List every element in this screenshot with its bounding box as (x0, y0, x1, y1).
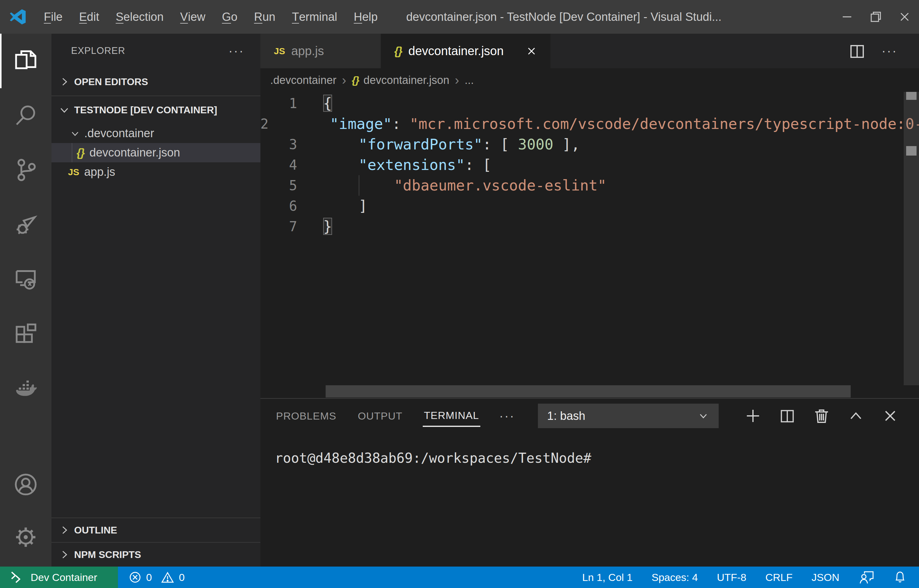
bell-icon (893, 570, 907, 585)
activity-search-button[interactable] (0, 88, 52, 143)
menu-view[interactable]: View (172, 0, 213, 34)
settings-button[interactable] (0, 511, 52, 564)
npm-scripts-label: NPM SCRIPTS (74, 549, 141, 561)
menu-selection[interactable]: Selection (108, 0, 172, 34)
code-token: "mcr.microsoft.com/vscode/devcontainers/… (410, 115, 919, 132)
error-count: 0 (146, 572, 152, 583)
menu-terminal[interactable]: Terminal (284, 0, 346, 34)
split-editor-icon (849, 43, 865, 59)
split-editor-button[interactable] (849, 43, 865, 59)
notifications-button[interactable] (893, 570, 907, 585)
workspace-section[interactable]: TESTNODE [DEV CONTAINER] (52, 96, 260, 124)
line-number: 7 (260, 216, 297, 237)
code-token: : (392, 115, 410, 132)
code-token: ], (553, 136, 580, 153)
tab-label: devcontainer.json (409, 44, 504, 58)
minimize-button[interactable] (833, 0, 861, 34)
restore-icon (869, 10, 883, 24)
tree-item-app-js[interactable]: JS app.js (52, 162, 260, 182)
menu-go[interactable]: Go (213, 0, 245, 34)
vertical-scrollbar[interactable] (904, 92, 919, 385)
kill-terminal-button[interactable] (812, 406, 832, 426)
warning-icon (160, 570, 174, 584)
new-terminal-button[interactable] (743, 406, 763, 426)
title-bar: File Edit Selection View Go Run Terminal… (0, 0, 919, 34)
eol-status[interactable]: CRLF (766, 572, 793, 583)
maximize-panel-button[interactable] (846, 406, 866, 426)
code-token (295, 115, 330, 132)
warning-count: 0 (179, 572, 185, 583)
remote-indicator[interactable]: Dev Container (0, 567, 118, 588)
breadcrumb-symbol-tail[interactable]: ... (465, 74, 474, 87)
restore-button[interactable] (861, 0, 890, 34)
activity-explorer-button[interactable] (0, 34, 52, 88)
breadcrumb-folder[interactable]: .devcontainer (270, 74, 336, 87)
language-mode[interactable]: JSON (811, 572, 839, 583)
indentation-status[interactable]: Spaces: 4 (652, 572, 698, 583)
feedback-icon (858, 570, 874, 585)
activity-docker-button[interactable] (0, 361, 52, 415)
tab-output[interactable]: OUTPUT (357, 406, 404, 426)
cursor-position[interactable]: Ln 1, Col 1 (582, 572, 633, 583)
terminal[interactable]: root@d48e8d38ab69:/workspaces/TestNode# (260, 433, 919, 567)
json-file-icon: {} (394, 45, 402, 58)
editor-more-actions-icon[interactable]: ··· (882, 44, 898, 58)
split-terminal-button[interactable] (777, 406, 797, 426)
terminal-instance-select[interactable]: 1: bash (538, 404, 719, 428)
terminal-prompt: root@d48e8d38ab69:/workspaces/TestNode# (275, 450, 591, 466)
activity-remote-explorer-button[interactable] (0, 252, 52, 306)
code-line: 1 { (260, 93, 919, 114)
activity-run-debug-button[interactable] (0, 197, 52, 252)
problems-status[interactable]: 0 0 (128, 570, 185, 584)
tab-devcontainer-json[interactable]: {} devcontainer.json (381, 34, 551, 68)
code-line: 5 "dbaeumer.vscode-eslint" (260, 175, 919, 196)
menu-help[interactable]: Help (346, 0, 386, 34)
close-tab-button[interactable] (526, 46, 537, 57)
terminal-instance-label: 1: bash (547, 409, 585, 423)
folder-label: .devcontainer (84, 127, 154, 140)
activity-extensions-button[interactable] (0, 306, 52, 361)
menu-edit[interactable]: Edit (71, 0, 108, 34)
breadcrumb-file[interactable]: devcontainer.json (363, 74, 449, 87)
indent-guide (359, 175, 359, 196)
code-token: 3000 (518, 136, 554, 153)
json-file-icon: {} (77, 146, 84, 159)
json-file-icon: {} (352, 74, 359, 86)
tab-app-js[interactable]: JS app.js (260, 34, 381, 68)
split-icon (780, 408, 795, 423)
run-and-debug-icon (13, 211, 39, 237)
feedback-button[interactable] (858, 570, 874, 585)
code-token: ] (323, 197, 368, 214)
accounts-button[interactable] (0, 458, 52, 511)
workspace-label: TESTNODE [DEV CONTAINER] (74, 105, 217, 116)
menu-file[interactable]: File (36, 0, 71, 34)
close-window-button[interactable] (890, 0, 919, 34)
npm-scripts-section[interactable]: NPM SCRIPTS (52, 543, 260, 567)
horizontal-scrollbar[interactable] (326, 385, 851, 397)
menu-run[interactable]: Run (245, 0, 284, 34)
encoding-status[interactable]: UTF-8 (717, 572, 746, 583)
code-token (323, 136, 359, 153)
bottom-panel: PROBLEMS OUTPUT TERMINAL ··· 1: bash (260, 398, 919, 567)
chevron-up-icon (848, 411, 863, 421)
search-icon (13, 102, 39, 129)
close-panel-button[interactable] (880, 406, 900, 426)
code-line: 2 "image": "mcr.microsoft.com/vscode/dev… (260, 114, 919, 134)
tab-terminal[interactable]: TERMINAL (423, 405, 480, 427)
sidebar-explorer: EXPLORER ··· OPEN EDITORS TESTNODE [DEV … (52, 34, 260, 567)
open-editors-section[interactable]: OPEN EDITORS (52, 68, 260, 95)
tree-item-devcontainer-folder[interactable]: .devcontainer (52, 124, 260, 143)
source-control-icon (13, 157, 39, 183)
js-file-icon: JS (68, 167, 79, 177)
chevron-right-icon (58, 77, 71, 87)
code-editor[interactable]: 1 { 2 "image": "mcr.microsoft.com/vscode… (260, 92, 919, 398)
code-line: 4 "extensions": [ (260, 155, 919, 175)
activity-source-control-button[interactable] (0, 143, 52, 197)
remote-label: Dev Container (31, 572, 97, 583)
tree-item-devcontainer-json[interactable]: {} devcontainer.json (52, 143, 260, 162)
code-token (323, 156, 359, 173)
tab-problems[interactable]: PROBLEMS (275, 406, 338, 426)
outline-section[interactable]: OUTLINE (52, 518, 260, 542)
file-label: app.js (84, 165, 115, 179)
panel-more-actions-icon[interactable]: ··· (499, 409, 515, 423)
